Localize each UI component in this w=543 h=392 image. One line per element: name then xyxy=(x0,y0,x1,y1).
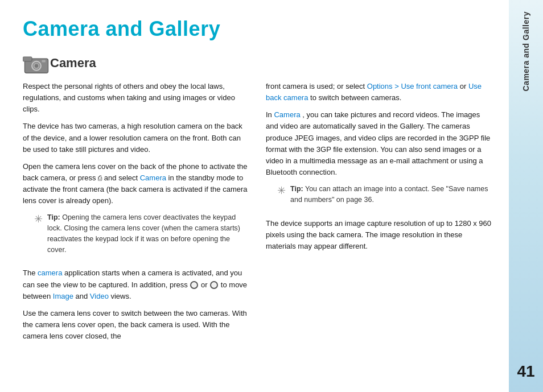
svg-rect-1 xyxy=(23,57,32,61)
main-content: Camera and Gallery Camera Respect the pe… xyxy=(0,0,509,392)
left-para4: The camera application starts when a cam… xyxy=(23,267,249,302)
camera-icon xyxy=(23,52,50,74)
right-para1: front camera is used; or select Options … xyxy=(266,81,492,104)
camera-link[interactable]: Camera xyxy=(140,174,166,182)
key-symbol-icon: ⎙ xyxy=(98,173,102,184)
svg-point-4 xyxy=(35,64,38,68)
tip2-label: Tip: xyxy=(290,185,303,193)
section-title: Camera xyxy=(50,56,96,71)
left-para1: Respect the personal rights of others an… xyxy=(23,81,249,115)
tip-box-1: ✳ Tip: Opening the camera lens cover dea… xyxy=(34,212,249,261)
section-header: Camera xyxy=(23,52,492,74)
sidebar: Camera and Gallery 41 xyxy=(509,0,543,392)
image-link[interactable]: Image xyxy=(53,292,73,300)
tip2-content: You can attach an image into a contact. … xyxy=(290,185,488,204)
rp2-prefix: In xyxy=(266,110,272,119)
video-link[interactable]: Video xyxy=(90,292,109,300)
rp1-mid: or xyxy=(460,82,468,90)
left-para5: Use the camera lens cover to switch betw… xyxy=(23,308,249,342)
lp4-and: and xyxy=(76,292,90,300)
two-columns: Respect the personal rights of others an… xyxy=(23,81,492,348)
tip-box-2: ✳ Tip: You can attach an image into a co… xyxy=(277,184,492,211)
lp4-suffix: views. xyxy=(110,292,131,300)
left-column: Respect the personal rights of others an… xyxy=(23,81,249,348)
tip-icon-2: ✳ xyxy=(277,184,286,197)
tip-text-2: Tip: You can attach an image into a cont… xyxy=(290,184,492,205)
left-para3: Open the camera lens cover on the back o… xyxy=(23,161,249,207)
sidebar-label: Camera and Gallery xyxy=(521,11,530,92)
tip-text-1: Tip: Opening the camera lens cover deact… xyxy=(47,212,249,255)
camera-app-link[interactable]: camera xyxy=(38,269,62,277)
rp2-text: , you can take pictures and record video… xyxy=(266,110,490,176)
nav-left-icon xyxy=(190,281,198,289)
right-para2: In Camera , you can take pictures and re… xyxy=(266,109,492,178)
camera-in-link[interactable]: Camera xyxy=(274,110,300,119)
tip1-content: Opening the camera lens cover deactivate… xyxy=(47,213,240,253)
left-para3-text: and select xyxy=(104,174,140,182)
right-column: front camera is used; or select Options … xyxy=(266,81,492,348)
nav-right-icon xyxy=(210,281,218,289)
rp1-prefix: front camera is used; or select xyxy=(266,82,365,90)
svg-rect-5 xyxy=(42,60,46,62)
options-use-front-link[interactable]: Options > Use front camera xyxy=(367,82,458,90)
lp4-or: or xyxy=(201,280,209,289)
page-number: 41 xyxy=(517,362,534,381)
tip-icon-1: ✳ xyxy=(34,213,43,225)
rp1-suffix: to switch between cameras. xyxy=(310,93,401,102)
right-para3: The device supports an image capture res… xyxy=(266,218,492,252)
left-para2: The device has two cameras, a high resol… xyxy=(23,121,249,155)
tip1-label: Tip: xyxy=(47,213,60,221)
lp4-prefix: The xyxy=(23,269,35,277)
page-title: Camera and Gallery xyxy=(23,17,492,41)
